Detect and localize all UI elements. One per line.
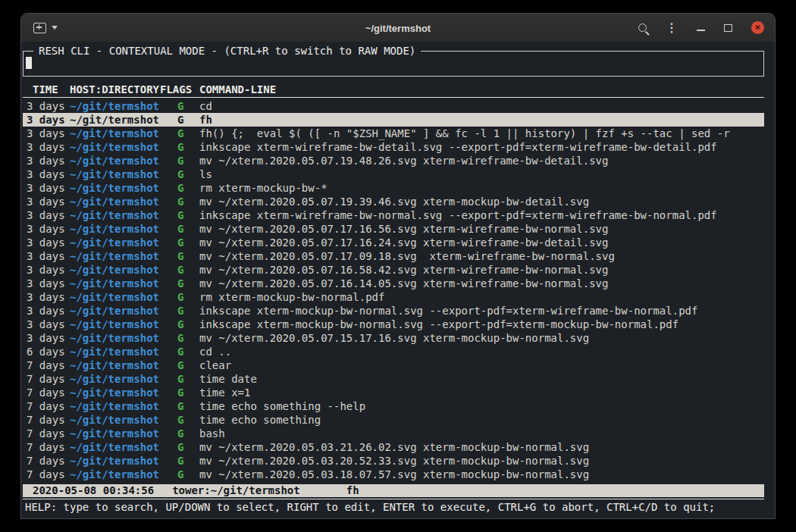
resh-mode-title: RESH CLI - CONTEXTUAL MODE - (CTRL+R to … <box>33 44 421 58</box>
row-flags: G <box>177 440 199 454</box>
row-flags: G <box>177 386 199 399</box>
row-command: inkscape xterm-wireframe-bw-normal.svg -… <box>199 208 764 222</box>
table-row[interactable]: 7 days~/git/termshotGbash <box>23 427 764 440</box>
terminal-window: ~/git/termshot ⋮ × RESH CLI - CONTEXTUAL… <box>21 14 775 518</box>
row-command: rm xterm-mockup-bw-* <box>199 181 764 195</box>
table-row[interactable]: 3 days~/git/termshotGmv ~/xterm.2020.05.… <box>23 236 764 249</box>
row-host-directory: ~/git/termshot <box>70 345 177 358</box>
status-bar: 2020-05-08 00:34:56 tower:~/git/termshot… <box>23 484 764 497</box>
row-flags: G <box>177 140 199 154</box>
row-flags: G <box>177 181 199 195</box>
row-host-directory: ~/git/termshot <box>70 290 177 304</box>
table-row[interactable]: 3 days~/git/termshotGmv ~/xterm.2020.05.… <box>23 249 764 263</box>
history-rows: 3 days~/git/termshotGcd3 days~/git/terms… <box>23 99 764 481</box>
row-command: cd <box>199 99 764 113</box>
table-row[interactable]: 3 days~/git/termshotGinkscape xterm-mock… <box>23 304 764 318</box>
row-flags: G <box>177 372 199 386</box>
resh-search-box[interactable]: RESH CLI - CONTEXTUAL MODE - (CTRL+R to … <box>23 51 764 77</box>
table-row[interactable]: 3 days~/git/termshotGls <box>23 167 764 181</box>
row-time: 7 days <box>27 413 70 427</box>
row-flags: G <box>177 195 199 208</box>
row-flags: G <box>177 222 199 236</box>
table-row[interactable]: 3 days~/git/termshotGrm xterm-mockup-bw-… <box>23 290 764 304</box>
table-row[interactable]: 7 days~/git/termshotGmv ~/xterm.2020.05.… <box>23 468 764 481</box>
table-row[interactable]: 3 days~/git/termshotGinkscape xterm-wire… <box>23 208 764 222</box>
menu-kebab-icon[interactable]: ⋮ <box>666 22 678 34</box>
help-line: HELP: type to search, UP/DOWN to select,… <box>23 500 764 514</box>
table-row[interactable]: 3 days~/git/termshotGrm xterm-mockup-bw-… <box>23 181 764 195</box>
row-time: 7 days <box>27 386 70 399</box>
table-row[interactable]: 3 days~/git/termshotGmv ~/xterm.2020.05.… <box>23 331 764 345</box>
terminal-screen[interactable]: RESH CLI - CONTEXTUAL MODE - (CTRL+R to … <box>21 42 775 518</box>
row-flags: G <box>177 290 199 304</box>
table-row[interactable]: 3 days~/git/termshotGmv ~/xterm.2020.05.… <box>23 263 764 277</box>
table-row[interactable]: 3 days~/git/termshotGmv ~/xterm.2020.05.… <box>23 277 764 290</box>
new-tab-icon <box>33 23 46 33</box>
table-row[interactable]: 3 days~/git/termshotGinkscape xterm-mock… <box>23 318 764 331</box>
row-command: rm xterm-mockup-bw-normal.pdf <box>199 290 764 304</box>
header-command-line: COMMAND-LINE <box>199 83 764 97</box>
row-flags: G <box>177 236 199 249</box>
chevron-down-icon[interactable] <box>52 26 58 30</box>
row-time: 3 days <box>27 331 70 345</box>
row-time: 3 days <box>27 208 70 222</box>
table-row[interactable]: 7 days~/git/termshotGtime echo something <box>23 413 764 427</box>
restore-button[interactable] <box>724 24 732 32</box>
row-command: mv ~/xterm.2020.05.07.15.17.16.svg xterm… <box>199 331 764 345</box>
row-host-directory: ~/git/termshot <box>70 208 177 222</box>
table-row[interactable]: 3 days~/git/termshotGcd <box>23 99 764 113</box>
row-command: fh() {; eval $( ([ -n "$ZSH_NAME" ] && f… <box>199 127 764 140</box>
table-row[interactable]: 3 days~/git/termshotGmv ~/xterm.2020.05.… <box>23 222 764 236</box>
row-host-directory: ~/git/termshot <box>70 427 177 440</box>
table-row[interactable]: 3 days~/git/termshotGmv ~/xterm.2020.05.… <box>23 154 764 167</box>
row-flags: G <box>177 113 199 127</box>
row-flags: G <box>177 277 199 290</box>
search-icon[interactable] <box>638 23 647 32</box>
row-command: mv ~/xterm.2020.05.07.17.16.56.svg xterm… <box>199 222 764 236</box>
table-row[interactable]: 7 days~/git/termshotGmv ~/xterm.2020.05.… <box>23 454 764 468</box>
row-time: 3 days <box>27 99 70 113</box>
header-flags: FLAGS <box>160 83 199 97</box>
row-host-directory: ~/git/termshot <box>70 181 177 195</box>
table-row[interactable]: 6 days~/git/termshotGcd .. <box>23 345 764 358</box>
row-host-directory: ~/git/termshot <box>70 249 177 263</box>
history-table-header: TIME HOST:DIRECTORY FLAGS COMMAND-LINE <box>23 83 764 98</box>
row-flags: G <box>177 454 199 468</box>
row-time: 3 days <box>27 181 70 195</box>
row-command: bash <box>199 427 764 440</box>
row-flags: G <box>177 167 199 181</box>
status-host-directory: tower:~/git/termshot <box>172 484 300 497</box>
row-time: 7 days <box>27 399 70 413</box>
row-time: 3 days <box>27 154 70 167</box>
close-button[interactable]: × <box>751 21 764 34</box>
row-time: 3 days <box>27 113 70 127</box>
table-row[interactable]: 7 days~/git/termshotGtime echo something… <box>23 399 764 413</box>
row-time: 3 days <box>27 140 70 154</box>
row-host-directory: ~/git/termshot <box>70 399 177 413</box>
row-host-directory: ~/git/termshot <box>70 236 177 249</box>
row-command: fh <box>199 113 764 127</box>
table-row[interactable]: 7 days~/git/termshotGtime date <box>23 372 764 386</box>
row-command: mv ~/xterm.2020.05.03.20.52.33.svg xterm… <box>199 454 764 468</box>
row-command: cd .. <box>199 345 764 358</box>
table-row[interactable]: 3 days~/git/termshotGfh() {; eval $( ([ … <box>23 127 764 140</box>
row-flags: G <box>177 331 199 345</box>
row-time: 3 days <box>27 304 70 318</box>
table-row[interactable]: 7 days~/git/termshotGtime x=1 <box>23 386 764 399</box>
table-row[interactable]: 7 days~/git/termshotGmv ~/xterm.2020.05.… <box>23 440 764 454</box>
row-time: 7 days <box>27 358 70 372</box>
table-row[interactable]: 3 days~/git/termshotGinkscape xterm-wire… <box>23 140 764 154</box>
row-command: mv ~/xterm.2020.05.07.19.39.46.svg xterm… <box>199 195 764 208</box>
row-command: clear <box>199 358 764 372</box>
row-host-directory: ~/git/termshot <box>70 386 177 399</box>
table-row[interactable]: 7 days~/git/termshotGclear <box>23 358 764 372</box>
new-tab-button[interactable] <box>33 14 58 42</box>
table-row[interactable]: 3 days~/git/termshotGfh <box>23 113 764 127</box>
row-command: mv ~/xterm.2020.05.07.17.16.24.svg xterm… <box>199 236 764 249</box>
titlebar: ~/git/termshot ⋮ × <box>21 14 775 42</box>
minimize-button[interactable] <box>697 30 705 31</box>
row-host-directory: ~/git/termshot <box>70 454 177 468</box>
row-flags: G <box>177 427 199 440</box>
table-row[interactable]: 3 days~/git/termshotGmv ~/xterm.2020.05.… <box>23 195 764 208</box>
row-flags: G <box>177 249 199 263</box>
